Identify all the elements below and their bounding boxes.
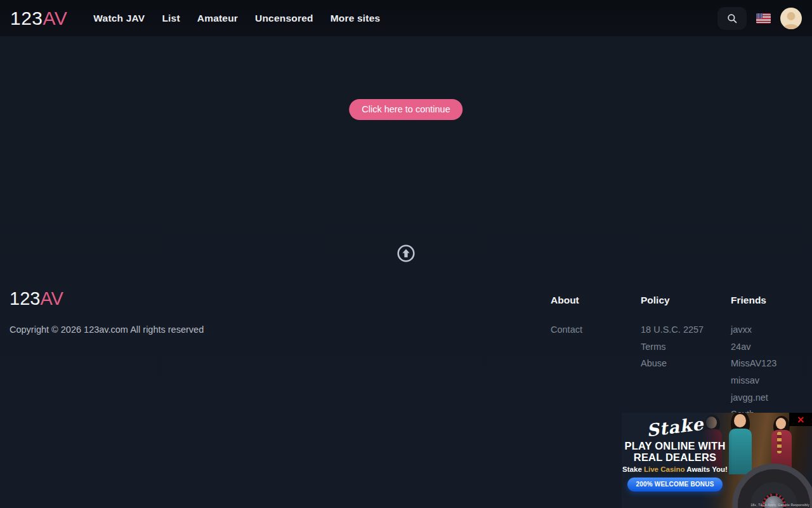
- logo-prefix: 123: [10, 8, 43, 29]
- nav-item-uncensored[interactable]: Uncensored: [255, 13, 313, 24]
- nav-item-list[interactable]: List: [162, 13, 180, 24]
- avatar-torso: [783, 24, 799, 29]
- scroll-top-button[interactable]: [397, 244, 415, 262]
- nav-item-more-sites[interactable]: More sites: [331, 13, 381, 24]
- nav-item-watch-jav[interactable]: Watch JAV: [93, 13, 145, 24]
- close-icon: ✕: [797, 415, 804, 425]
- ad-cta-button[interactable]: 200% WELCOME BONUS: [627, 478, 722, 491]
- footer-link-contact[interactable]: Contact: [551, 324, 641, 335]
- copyright-text: Copyright © 2026 123av.com All rights re…: [10, 324, 204, 335]
- footer-link-abuse[interactable]: Abuse: [641, 358, 731, 369]
- footer-col-friends: Friends javxx 24av MissAV123 missav javg…: [731, 295, 812, 426]
- ad-tagline-highlight: Live Casino: [644, 465, 685, 473]
- footer-link-missav123[interactable]: MissAV123: [731, 358, 812, 369]
- ad-headline-line1: PLAY ONLINE WITH: [624, 440, 725, 451]
- ad-headline: PLAY ONLINE WITH REAL DEALERS: [624, 440, 725, 464]
- avatar[interactable]: [780, 8, 802, 29]
- nav-item-amateur[interactable]: Amateur: [197, 13, 238, 24]
- footer-link-terms[interactable]: Terms: [641, 342, 731, 352]
- main-nav: Watch JAV List Amateur Uncensored More s…: [93, 13, 380, 24]
- footer-col-about-title: About: [551, 295, 641, 306]
- footer-col-friends-title: Friends: [731, 295, 812, 306]
- footer-link-missav[interactable]: missav: [731, 375, 812, 386]
- footer-logo-prefix: 123: [10, 288, 40, 309]
- ad-tagline-suffix: Awaits You!: [685, 465, 728, 473]
- navbar-right: [717, 7, 802, 30]
- footer-logo-suffix: AV: [40, 288, 63, 309]
- footer-logo[interactable]: 123AV: [10, 288, 63, 309]
- arrow-up-circle-icon: [397, 244, 415, 262]
- footer-columns: About Contact Policy 18 U.S.C. 2257 Term…: [551, 295, 812, 426]
- ad-headline-line2: REAL DEALERS: [624, 451, 725, 463]
- stake-brand-logo: Stake: [645, 414, 704, 441]
- search-icon: [726, 13, 738, 24]
- site-logo[interactable]: 123AV: [10, 8, 67, 29]
- flag-canton: [756, 13, 763, 19]
- navbar: 123AV Watch JAV List Amateur Uncensored …: [0, 0, 812, 36]
- ad-content: Stake PLAY ONLINE WITH REAL DEALERS Stak…: [622, 413, 728, 508]
- logo-suffix: AV: [43, 8, 68, 29]
- footer-col-about: About Contact: [551, 295, 641, 426]
- ad-disclaimer: 18+, T&Cs Apply, Gamble Responsibly: [750, 503, 809, 507]
- ad-tagline: Stake Live Casino Awaits You!: [622, 465, 728, 473]
- ad-tagline-prefix: Stake: [622, 465, 644, 473]
- footer-col-policy: Policy 18 U.S.C. 2257 Terms Abuse: [641, 295, 731, 426]
- continue-button[interactable]: Click here to continue: [349, 99, 462, 120]
- footer-link-2257[interactable]: 18 U.S.C. 2257: [641, 324, 731, 335]
- footer-link-javgg[interactable]: javgg.net: [731, 392, 812, 403]
- search-button[interactable]: [717, 7, 747, 30]
- avatar-head: [787, 12, 796, 20]
- ad-banner[interactable]: Stake PLAY ONLINE WITH REAL DEALERS Stak…: [622, 413, 812, 508]
- footer-link-javxx[interactable]: javxx: [731, 324, 812, 335]
- footer-col-policy-title: Policy: [641, 295, 731, 306]
- us-flag-icon[interactable]: [756, 13, 771, 23]
- footer-link-24av[interactable]: 24av: [731, 342, 812, 352]
- ad-close-button[interactable]: ✕: [789, 413, 812, 426]
